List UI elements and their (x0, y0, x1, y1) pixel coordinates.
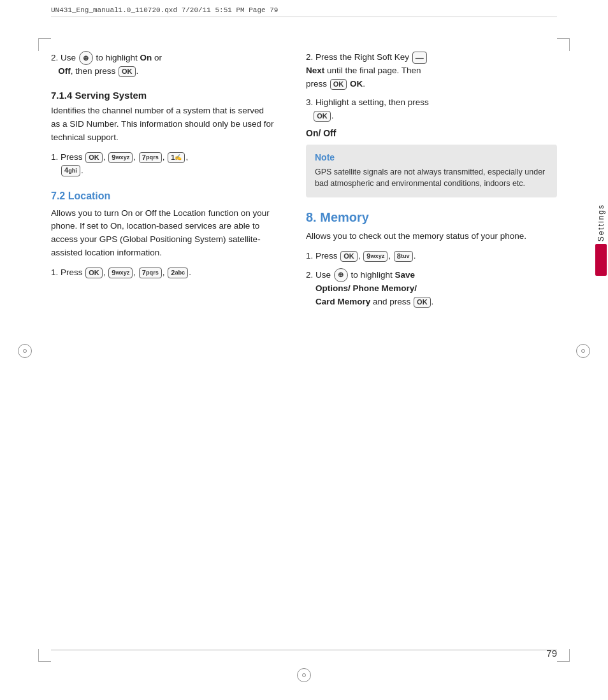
step-1-714: 1. Press OK, 9wxyz, 7pqrs, 1✍, 4ghi. (51, 151, 274, 178)
off-label: Off (58, 66, 71, 76)
key-2abc-72: 2abc (168, 268, 188, 278)
ok-label: OK (350, 79, 363, 89)
nav-icon-mem: ⊕ (334, 268, 348, 282)
right-column: 2. Press the Right Soft Key ― Next until… (293, 51, 557, 649)
step2-text: 2. Use ⊕ to highlight On or Off, then pr… (51, 51, 162, 78)
settings-tab: Settings (594, 204, 608, 276)
step-1-memory: 1. Press OK, 9wxyz, 8tuv. (306, 250, 557, 263)
ok-key-icon: OK (119, 66, 136, 77)
step1-714-text: 1. Press OK, 9wxyz, 7pqrs, 1✍, 4ghi. (51, 151, 188, 178)
section-72-title: 7.2 Location (51, 190, 274, 202)
step-3: 3. Highlight a setting, then press OK. (306, 96, 557, 123)
ok-key-step3: OK (314, 111, 331, 122)
section-72-body: Allows you to turn On or Off the Locatio… (51, 207, 274, 261)
key-8tuv-mem: 8tuv (394, 251, 413, 262)
key-9wxyz-714: 9wxyz (108, 152, 133, 163)
save-options-label: Save Options/ Phone Memory/ Card Memory (306, 270, 417, 306)
key-9wxyz-72: 9wxyz (108, 268, 133, 278)
ok-key-714: OK (85, 152, 103, 163)
corner-mark-tr (557, 38, 570, 51)
step2-memory-text: 2. Use ⊕ to highlight Save Options/ Phon… (306, 268, 433, 309)
corner-mark-br (557, 649, 570, 662)
ok-key-mem1: OK (340, 251, 358, 262)
on-off-label: On/ Off (306, 128, 557, 138)
note-body: GPS satellite signals are not always tra… (315, 166, 548, 190)
header-text: UN431_Eng_manual1.0_110720.qxd 7/20/11 5… (51, 6, 278, 14)
step1-72-text: 1. Press OK, 9wxyz, 7pqrs, 2abc. (51, 266, 191, 280)
settings-tab-bar (595, 244, 607, 276)
content-area: 2. Use ⊕ to highlight On or Off, then pr… (51, 51, 557, 649)
settings-tab-label: Settings (597, 204, 605, 241)
ok-key-72: OK (85, 268, 103, 278)
key-7pqrs-714: 7pqrs (139, 152, 162, 163)
right-soft-key-icon: ― (412, 52, 427, 64)
step-2-right: 2. Press the Right Soft Key ― Next until… (306, 51, 557, 91)
key-7pqrs-72: 7pqrs (139, 268, 162, 278)
note-title: Note (315, 152, 548, 162)
section-714-body: Identifies the channel number of a syste… (51, 104, 274, 145)
on-label: On (140, 53, 152, 62)
page-number: 79 (546, 648, 557, 659)
step1-memory-text: 1. Press OK, 9wxyz, 8tuv. (306, 250, 416, 263)
nav-icon: ⊕ (79, 51, 93, 65)
step3-text: 3. Highlight a setting, then press OK. (306, 96, 429, 123)
step-2-memory: 2. Use ⊕ to highlight Save Options/ Phon… (306, 268, 557, 309)
key-4ghi-714: 4ghi (61, 165, 80, 176)
step-1-72: 1. Press OK, 9wxyz, 7pqrs, 2abc. (51, 266, 274, 280)
next-label: Next (306, 66, 324, 75)
section-8-body: Allows you to check out the memory statu… (306, 230, 557, 243)
section-714-title: 7.1.4 Serving System (51, 90, 274, 101)
ok-key-right-step2: OK (330, 79, 347, 90)
note-box: Note GPS satellite signals are not alway… (306, 145, 557, 198)
ok-key-mem2: OK (414, 297, 431, 308)
corner-mark-tl (38, 38, 51, 51)
reg-mark-left (18, 344, 32, 358)
page-header: UN431_Eng_manual1.0_110720.qxd 7/20/11 5… (51, 6, 557, 17)
key-9wxyz-mem: 9wxyz (363, 251, 387, 262)
reg-mark-right (576, 344, 590, 358)
left-column: 2. Use ⊕ to highlight On or Off, then pr… (51, 51, 293, 649)
step2-right-text: 2. Press the Right Soft Key ― Next until… (306, 51, 428, 91)
bottom-divider (51, 650, 557, 650)
section-8-title: 8. Memory (306, 210, 557, 225)
reg-mark-bottom (297, 668, 311, 682)
key-1-714: 1✍ (168, 152, 185, 163)
corner-mark-bl (38, 649, 51, 662)
step-2-highlight: 2. Use ⊕ to highlight On or Off, then pr… (51, 51, 274, 78)
